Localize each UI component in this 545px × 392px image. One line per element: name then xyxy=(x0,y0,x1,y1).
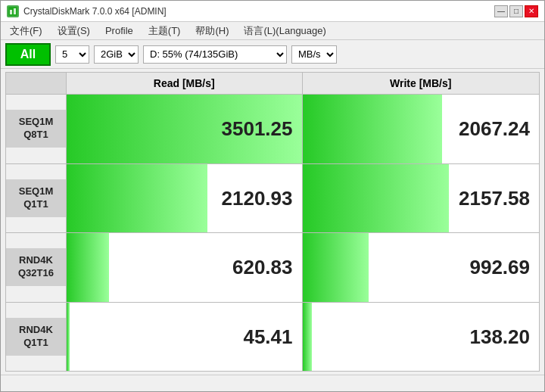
read-cell-1: 2120.93 xyxy=(67,163,303,233)
write-value-3: 138.20 xyxy=(469,325,530,348)
write-header: Write [MB/s] xyxy=(302,73,539,95)
row-label-2: RND4KQ32T16 xyxy=(6,248,66,286)
row-label-3: RND4KQ1T1 xyxy=(6,318,66,356)
all-button[interactable]: All xyxy=(5,43,51,66)
drive-select[interactable]: D: 55% (74/135GiB) xyxy=(143,45,287,64)
empty-header xyxy=(6,73,67,95)
svg-rect-2 xyxy=(14,8,16,14)
write-value-1: 2157.58 xyxy=(459,186,530,210)
benchmark-table: Read [MB/s] Write [MB/s] SEQ1MQ8T13501.2… xyxy=(5,72,540,372)
menu-settings[interactable]: 设置(S) xyxy=(51,23,96,39)
menu-file[interactable]: 文件(F) xyxy=(4,23,48,39)
window-title: CrystalDiskMark 7.0.0 x64 [ADMIN] xyxy=(23,6,490,17)
maximize-button[interactable]: □ xyxy=(509,5,523,17)
write-value-2: 992.69 xyxy=(469,256,530,279)
menu-theme[interactable]: 主题(T) xyxy=(142,23,187,39)
read-cell-2: 620.83 xyxy=(67,233,303,303)
main-content: Read [MB/s] Write [MB/s] SEQ1MQ8T13501.2… xyxy=(1,69,544,375)
status-bar xyxy=(1,375,544,391)
row-label-0: SEQ1MQ8T1 xyxy=(6,110,66,148)
read-value-3: 45.41 xyxy=(243,325,292,348)
table-row: SEQ1MQ8T13501.252067.24 xyxy=(6,95,540,164)
write-cell-3: 138.20 xyxy=(302,302,539,372)
svg-rect-1 xyxy=(10,10,12,14)
runs-select[interactable]: 5 1 3 10 xyxy=(55,45,89,64)
menu-help[interactable]: 帮助(H) xyxy=(189,23,235,39)
close-button[interactable]: ✕ xyxy=(525,5,538,17)
size-select[interactable]: 2GiB 1GiB 4GiB xyxy=(94,45,139,64)
svg-rect-0 xyxy=(8,7,17,16)
table-row: RND4KQ1T145.41138.20 xyxy=(6,302,540,372)
minimize-button[interactable]: — xyxy=(494,5,508,17)
write-cell-0: 2067.24 xyxy=(302,95,539,164)
window-controls: — □ ✕ xyxy=(494,5,538,17)
read-cell-3: 45.41 xyxy=(67,302,303,372)
read-value-1: 2120.93 xyxy=(222,186,293,210)
toolbar: All 5 1 3 10 2GiB 1GiB 4GiB D: 55% (74/1… xyxy=(1,40,544,69)
write-cell-1: 2157.58 xyxy=(302,163,539,233)
read-cell-0: 3501.25 xyxy=(67,95,303,164)
main-window: CrystalDiskMark 7.0.0 x64 [ADMIN] — □ ✕ … xyxy=(0,0,545,392)
menu-bar: 文件(F) 设置(S) Profile 主题(T) 帮助(H) 语言(L)(La… xyxy=(1,22,544,40)
table-row: RND4KQ32T16620.83992.69 xyxy=(6,233,540,303)
title-bar: CrystalDiskMark 7.0.0 x64 [ADMIN] — □ ✕ xyxy=(1,1,544,22)
write-value-0: 2067.24 xyxy=(459,117,530,141)
menu-language[interactable]: 语言(L)(Language) xyxy=(238,23,332,39)
read-value-0: 3501.25 xyxy=(222,117,293,141)
unit-select[interactable]: MB/s GB/s xyxy=(291,45,337,64)
table-row: SEQ1MQ1T12120.932157.58 xyxy=(6,163,540,233)
row-label-1: SEQ1MQ1T1 xyxy=(6,179,66,217)
menu-profile[interactable]: Profile xyxy=(99,23,139,38)
app-icon xyxy=(7,5,19,17)
read-value-2: 620.83 xyxy=(232,256,293,279)
write-cell-2: 992.69 xyxy=(302,233,539,303)
read-header: Read [MB/s] xyxy=(67,73,303,95)
